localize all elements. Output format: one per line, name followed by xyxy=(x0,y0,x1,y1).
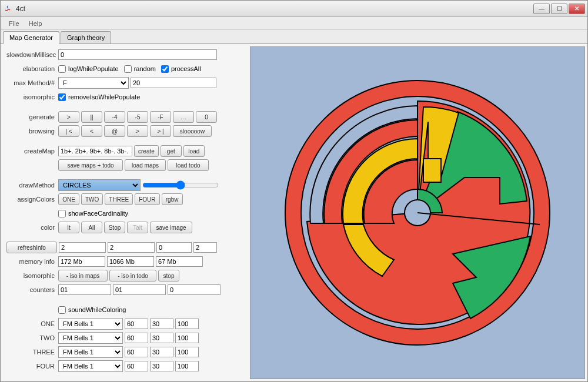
label-maxmethod: max Method/# xyxy=(6,79,58,86)
iso-stop-button[interactable]: stop xyxy=(158,270,179,282)
slowdown-input[interactable] xyxy=(58,49,217,60)
close-button[interactable]: ✕ xyxy=(569,4,585,14)
maxmethod-select[interactable]: F xyxy=(58,77,129,89)
iso-todo-button[interactable]: - iso in todo xyxy=(109,270,156,282)
map-visualization xyxy=(276,72,559,354)
stop-button[interactable]: Stop xyxy=(104,222,125,233)
sound-three-select[interactable]: FM Bells 1 xyxy=(58,346,123,358)
sound-two-select[interactable]: FM Bells 1 xyxy=(58,332,123,344)
label-browsing: browsing xyxy=(6,128,58,135)
sound-two-v1[interactable] xyxy=(125,333,148,343)
drawmethod-slider[interactable] xyxy=(142,180,219,190)
load-button[interactable]: load xyxy=(183,145,205,157)
cb-random[interactable] xyxy=(124,65,132,73)
all-button[interactable]: All xyxy=(81,222,102,233)
tab-strip: Map Generator Graph theory xyxy=(1,30,587,44)
sound-four-v1[interactable] xyxy=(125,361,148,371)
sound-four-select[interactable]: FM Bells 1 xyxy=(58,360,123,372)
gen-m5-button[interactable]: -5 xyxy=(127,111,148,123)
gen-dot-button[interactable]: . . xyxy=(173,111,194,123)
sound-two-v2[interactable] xyxy=(150,333,173,343)
refresh-f3[interactable] xyxy=(156,242,192,253)
gen-0-button[interactable]: 0 xyxy=(196,111,217,123)
refresh-f4[interactable] xyxy=(193,242,217,253)
sound-label-four: FOUR xyxy=(6,363,58,370)
cb-processall[interactable] xyxy=(161,65,169,73)
label-drawmethod: drawMethod xyxy=(6,182,58,189)
drawmethod-select[interactable]: CIRCLES xyxy=(58,179,141,191)
sound-one-v3[interactable] xyxy=(175,319,199,329)
it-button[interactable]: It xyxy=(58,222,79,233)
sound-four-v2[interactable] xyxy=(150,361,173,371)
createmap-input[interactable] xyxy=(58,146,132,156)
refreshinfo-button[interactable]: refreshInfo xyxy=(6,242,57,253)
map-canvas xyxy=(250,46,585,379)
browse-first-button[interactable]: | < xyxy=(58,125,79,137)
left-panel: slowdownMillisec elaboration logWhilePop… xyxy=(1,44,248,381)
sound-three-v2[interactable] xyxy=(150,347,173,357)
color-four-button[interactable]: FOUR xyxy=(135,193,159,205)
java-icon xyxy=(3,4,12,14)
label-isomorphic2: isomorphic xyxy=(6,272,58,279)
tait-button[interactable]: Tait xyxy=(127,222,148,233)
refresh-f1[interactable] xyxy=(59,242,106,253)
browse-prev-button[interactable]: < xyxy=(81,125,102,137)
label-elaboration: elaboration xyxy=(6,65,58,72)
menu-help[interactable]: Help xyxy=(24,19,47,28)
maximize-button[interactable]: ☐ xyxy=(551,4,567,14)
sound-label-three: THREE xyxy=(6,349,58,356)
browse-last-button[interactable]: > | xyxy=(150,125,171,137)
load-maps-button[interactable]: load maps xyxy=(125,159,166,171)
mem-3[interactable] xyxy=(156,256,203,267)
menu-file[interactable]: File xyxy=(4,19,24,28)
cnt-1[interactable] xyxy=(58,284,111,295)
label-memory: memory info xyxy=(6,258,58,265)
gen-mf-button[interactable]: -F xyxy=(150,111,171,123)
cb-removeiso[interactable] xyxy=(58,93,66,101)
rgbw-button[interactable]: rgbw xyxy=(162,193,183,205)
mem-1[interactable] xyxy=(58,256,105,267)
sound-two-v3[interactable] xyxy=(175,333,199,343)
maxmethod-num[interactable] xyxy=(131,78,216,88)
get-button[interactable]: get xyxy=(161,145,182,157)
tab-map-generator[interactable]: Map Generator xyxy=(3,31,59,44)
browse-next-button[interactable]: > xyxy=(127,125,148,137)
save-maps-button[interactable]: save maps + todo xyxy=(58,159,123,171)
menubar: File Help xyxy=(1,17,587,30)
color-two-button[interactable]: TWO xyxy=(81,193,103,205)
color-three-button[interactable]: THREE xyxy=(105,193,133,205)
cb-showfacecard[interactable] xyxy=(58,210,66,217)
load-todo-button[interactable]: load todo xyxy=(168,159,209,171)
titlebar: 4ct — ☐ ✕ xyxy=(1,1,587,17)
mem-2[interactable] xyxy=(107,256,154,267)
label-color: color xyxy=(6,224,58,231)
gen-gt-button[interactable]: > xyxy=(58,111,79,123)
cnt-3[interactable] xyxy=(168,284,220,295)
sound-one-select[interactable]: FM Bells 1 xyxy=(58,318,123,330)
save-image-button[interactable]: save image xyxy=(150,222,192,233)
label-generate: generate xyxy=(6,113,58,120)
cb-soundwhile[interactable] xyxy=(58,306,66,314)
sound-three-v1[interactable] xyxy=(125,347,148,357)
iso-maps-button[interactable]: - iso in maps xyxy=(58,270,108,282)
label-assigncolors: assignColors xyxy=(6,196,58,203)
sound-label-two: TWO xyxy=(6,334,58,341)
sound-label-one: ONE xyxy=(6,320,58,327)
tab-graph-theory[interactable]: Graph theory xyxy=(61,31,111,43)
label-counters: counters xyxy=(6,286,58,293)
cb-logwhilepopulate[interactable] xyxy=(58,65,66,73)
sound-one-v1[interactable] xyxy=(125,319,148,329)
minimize-button[interactable]: — xyxy=(533,4,550,14)
browse-at-button[interactable]: @ xyxy=(104,125,125,137)
label-slowdown: slowdownMillisec xyxy=(6,51,58,58)
gen-m4-button[interactable]: -4 xyxy=(104,111,125,123)
refresh-f2[interactable] xyxy=(108,242,155,253)
create-button[interactable]: create xyxy=(134,145,159,157)
cnt-2[interactable] xyxy=(113,284,166,295)
sound-three-v3[interactable] xyxy=(175,347,199,357)
sound-four-v3[interactable] xyxy=(175,361,199,371)
browse-slow-button[interactable]: slooooow xyxy=(173,125,212,137)
gen-pause-button[interactable]: || xyxy=(81,111,102,123)
sound-one-v2[interactable] xyxy=(150,319,173,329)
color-one-button[interactable]: ONE xyxy=(58,193,79,205)
